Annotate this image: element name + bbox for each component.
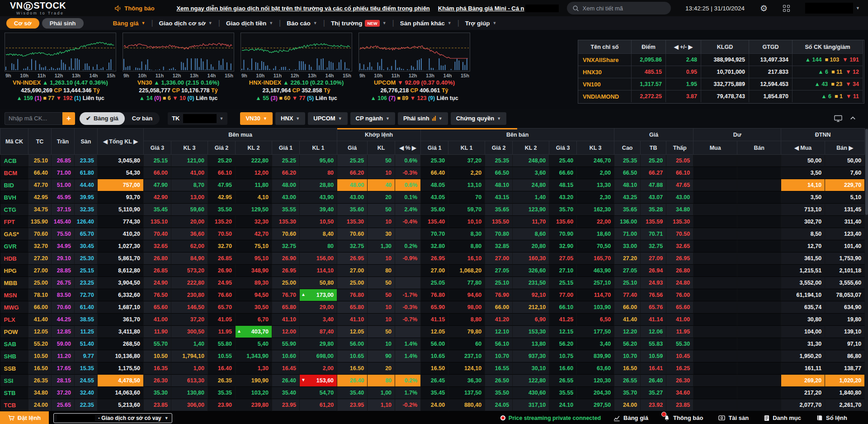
index-row-VN100[interactable]: VN1001,317.571.95332,775,88912,594.453▲ … — [578, 78, 864, 90]
promo-link[interactable]: Khám phá Bảng giá Mini - Cá n — [438, 5, 559, 12]
mini-chart-VN-INDEX[interactable]: 9h10h11h12h13h14h15hVN-INDEX ▲ 1,263.10 … — [5, 33, 116, 109]
global-search[interactable] — [567, 2, 671, 14]
mini-chart-HNX-INDEX[interactable]: 9h10h11h12h13h14h15hHNX-INDEX ▲ 226.10 (… — [241, 33, 352, 109]
board-tab-HNX[interactable]: HNX▼ — [275, 112, 305, 125]
symbol-cell[interactable]: STB — [0, 387, 28, 399]
symbol-cell[interactable]: ACB — [0, 155, 28, 167]
symbol-cell[interactable]: HPG — [0, 265, 28, 277]
table-row[interactable]: PLX41.4044.2538.55361,7041.0037,2041.056… — [0, 314, 865, 326]
symbol-cell[interactable]: BVH — [0, 191, 28, 204]
subcol-header[interactable]: Giá 3 — [549, 141, 577, 155]
app-logo[interactable]: VNDSTOCK Wisdom to Trade — [10, 1, 106, 15]
symbol-cell[interactable]: PLX — [0, 314, 28, 326]
symbol-cell[interactable]: TCB — [0, 399, 28, 411]
subcol-header[interactable]: ◀ % ▶ — [395, 141, 421, 155]
index-col-header[interactable]: Số CK tăng/giảm — [793, 40, 863, 53]
table-row[interactable]: SSB16.5017.6515.351,175,5016.351,0016.40… — [0, 362, 865, 375]
account-menu[interactable]: ▼ — [805, 3, 860, 14]
index-col-header[interactable]: KLGD — [701, 40, 749, 53]
subcol-header[interactable]: Mua — [693, 141, 737, 155]
subcol-header[interactable]: KL 3 — [171, 141, 208, 155]
subcol-header[interactable]: KL 1 — [448, 141, 485, 155]
index-col-header[interactable]: GTGD — [749, 40, 793, 53]
subcol-header[interactable]: KL — [368, 141, 395, 155]
menu-item-1[interactable]: Giao dịch cơ sở▼ — [153, 20, 218, 27]
symbol-cell[interactable]: FPT — [0, 216, 28, 228]
index-row-VNXAllShare[interactable]: VNXAllShare2,095.862.48388,994,92513,497… — [578, 53, 864, 66]
menu-item-5[interactable]: Sản phẩm khác▼ — [394, 20, 458, 27]
symbol-cell[interactable]: BID — [0, 179, 28, 191]
subcol-header[interactable]: Giá 2 — [208, 141, 236, 155]
index-col-header[interactable]: Tên chỉ số — [578, 40, 632, 53]
subcol-header[interactable]: Cao — [614, 141, 641, 155]
mini-chart-VN30[interactable]: 9h10h11h12h13h14h15hVN30 ▲ 1,336.00 (2.1… — [123, 33, 234, 109]
account-selector[interactable]: TK ▼ — [168, 112, 227, 125]
table-row[interactable]: BCM66.4071.0061.8054,3066.0041,0066.1012… — [0, 167, 865, 179]
col-san[interactable]: Sàn — [75, 129, 98, 155]
col-tran[interactable]: Trần — [52, 129, 75, 155]
gear-icon[interactable]: ⚙ — [760, 3, 768, 14]
index-row-HNX30[interactable]: HNX30485.150.9510,701,000217.833▲ 6■ 11▼… — [578, 66, 864, 78]
subcol-header[interactable]: KL 1 — [300, 141, 337, 155]
mini-chart-UPCOM[interactable]: 9h10h11h12h13h14h15hUPCOM ▼ 92.09 (0.37 … — [359, 33, 470, 109]
menu-item-2[interactable]: Giao dịch tiền▼ — [220, 20, 279, 27]
menu-item-3[interactable]: Báo cáo▼ — [281, 20, 323, 27]
scrollbar-thumb[interactable] — [865, 129, 868, 215]
chevron-up-icon[interactable] — [849, 115, 856, 122]
symbol-cell[interactable]: GAS* — [0, 228, 28, 240]
table-row[interactable]: MBB25.0026.7523.253,904,5024.90222,8024.… — [0, 277, 865, 289]
table-row[interactable]: MSN78.1083.5072.706,332,6076.50230,8076.… — [0, 289, 865, 301]
place-order-button[interactable]: Đặt lệnh — [0, 411, 49, 424]
symbol-cell[interactable]: CTG — [0, 204, 28, 216]
subcol-header[interactable]: TB — [641, 141, 666, 155]
board-tab-UPCOM[interactable]: UPCOM▼ — [308, 112, 347, 125]
board-tab-Phái sinh[interactable]: Phái sinh▼ — [398, 112, 448, 125]
symbol-cell[interactable]: SHB — [0, 350, 28, 362]
footer-item-Danh mục[interactable]: Danh mục — [764, 414, 801, 421]
subcol-header[interactable]: KL 3 — [577, 141, 614, 155]
table-row[interactable]: BVH42.9545.9539.9593,7042.9013,0042.954,… — [0, 191, 865, 204]
trading-account-select[interactable]: - Giao dịch cơ sở có vay ▼ — [53, 413, 172, 423]
table-row[interactable]: HDB27.2029.1025.305,861,7026.8084,9026.8… — [0, 252, 865, 265]
tab-co-so[interactable]: Cơ sở — [6, 18, 39, 29]
subcol-header[interactable]: KL 2 — [513, 141, 549, 155]
col-ma-ck[interactable]: Mã CK — [0, 129, 28, 155]
footer-item-Sổ lệnh[interactable]: Sổ lệnh — [816, 414, 847, 421]
board-tab-Chứng quyền[interactable]: Chứng quyền▼ — [451, 112, 506, 125]
subcol-header[interactable]: Giá 2 — [485, 141, 513, 155]
subcol-header[interactable]: Giá 3 — [144, 141, 171, 155]
toggle-bang-gia[interactable]: ✔Bảng giá — [80, 112, 125, 125]
table-row[interactable]: SSI26.3528.1524.554,478,5026.30613,3026.… — [0, 375, 865, 387]
subcol-header[interactable]: Bán ▶ — [825, 141, 865, 155]
symbol-cell[interactable]: SAB — [0, 338, 28, 350]
table-row[interactable]: CTG34.7537.1532.355,110,9035.4559,6035.5… — [0, 204, 865, 216]
symbol-cell[interactable]: BCM — [0, 167, 28, 179]
monitor-icon[interactable] — [834, 115, 842, 122]
symbol-cell[interactable]: GVR — [0, 240, 28, 252]
search-input[interactable] — [583, 5, 660, 12]
table-row[interactable]: TCB24.0025.6522.355,213,6023.85306,0023.… — [0, 399, 865, 411]
table-row[interactable]: SAB55.2059.0051.40268,5055.701,4055.805,… — [0, 338, 865, 350]
table-row[interactable]: BID47.7051.0044.40757,0047.908,7047.9511… — [0, 179, 865, 191]
menu-item-4[interactable]: Thị trường NEW▼ — [325, 20, 392, 27]
table-row[interactable]: GAS*70.6075.5065.70410,2070.4036,6070.50… — [0, 228, 865, 240]
table-row[interactable]: STB34.8037.2032.4014,063,6035.30130,8035… — [0, 387, 865, 399]
subcol-header[interactable]: Bán — [737, 141, 781, 155]
table-row[interactable]: MWG66.0070.6061.401,687,1065.60146,5065.… — [0, 301, 865, 314]
subcol-header[interactable]: ◀ Mua — [781, 141, 825, 155]
notification-link[interactable]: Thông báo — [114, 5, 168, 12]
board-tab-VN30[interactable]: VN30▼ — [240, 112, 272, 125]
symbol-cell[interactable]: SSB — [0, 362, 28, 375]
scrollbar[interactable] — [865, 128, 868, 411]
toggle-co-ban[interactable]: Cơ bản — [125, 115, 160, 122]
index-row-VNDIAMOND[interactable]: VNDIAMOND2,272.253.8779,478,7431,854.870… — [578, 90, 864, 102]
subcol-header[interactable]: Giá 1 — [272, 141, 300, 155]
index-col-header[interactable]: Điểm — [632, 40, 666, 53]
headline-link[interactable]: Xem ngay diễn biến giao dịch nổi bật trê… — [176, 5, 429, 12]
subcol-header[interactable]: Giá 1 — [421, 141, 448, 155]
subcol-header[interactable]: Giá — [337, 141, 368, 155]
footer-item-Thông báo[interactable]: Thông báo — [664, 414, 703, 421]
table-row[interactable]: POW12.0512.8511.253,411,8011.90300,5011.… — [0, 326, 865, 338]
menu-item-6[interactable]: Trợ giúp▼ — [459, 20, 503, 27]
tab-phai-sinh[interactable]: Phái sinh — [42, 18, 84, 29]
